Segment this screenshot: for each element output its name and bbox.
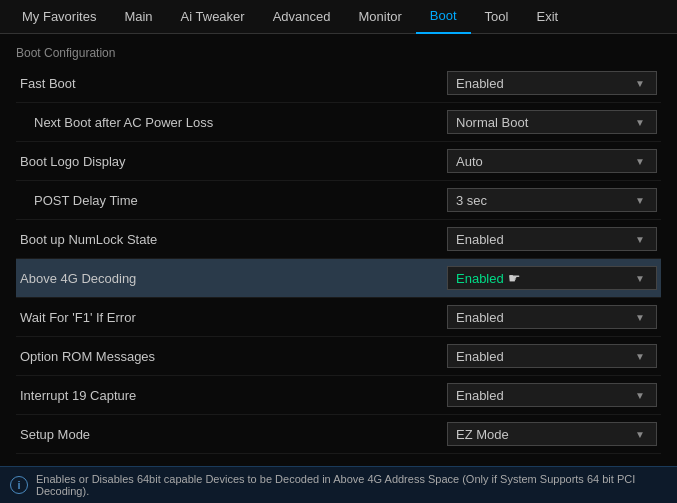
dropdown-option-rom[interactable]: Enabled▼ <box>447 344 657 368</box>
dropdown-arrow-icon: ▼ <box>632 426 648 442</box>
dropdown-above4g[interactable]: Enabled☛▼ <box>447 266 657 290</box>
footer-info: i Enables or Disables 64bit capable Devi… <box>0 466 677 503</box>
setting-row-post-delay: POST Delay Time3 sec▼ <box>16 181 661 220</box>
dropdown-value-boot-logo: Auto <box>456 154 483 169</box>
dropdown-wait-f1[interactable]: Enabled▼ <box>447 305 657 329</box>
setting-label-boot-logo: Boot Logo Display <box>20 154 126 169</box>
nav-item-monitor[interactable]: Monitor <box>345 0 416 34</box>
setting-label-interrupt19: Interrupt 19 Capture <box>20 388 136 403</box>
nav-item-tool[interactable]: Tool <box>471 0 523 34</box>
nav-item-advanced[interactable]: Advanced <box>259 0 345 34</box>
setting-row-setup-mode: Setup ModeEZ Mode▼ <box>16 415 661 454</box>
dropdown-post-delay[interactable]: 3 sec▼ <box>447 188 657 212</box>
dropdown-value-option-rom: Enabled <box>456 349 504 364</box>
dropdown-interrupt19[interactable]: Enabled▼ <box>447 383 657 407</box>
dropdown-numlock[interactable]: Enabled▼ <box>447 227 657 251</box>
setting-row-fast-boot: Fast BootEnabled▼ <box>16 64 661 103</box>
dropdown-value-wait-f1: Enabled <box>456 310 504 325</box>
dropdown-boot-logo[interactable]: Auto▼ <box>447 149 657 173</box>
setting-label-option-rom: Option ROM Messages <box>20 349 155 364</box>
setting-label-numlock: Boot up NumLock State <box>20 232 157 247</box>
setting-row-boot-logo: Boot Logo DisplayAuto▼ <box>16 142 661 181</box>
nav-item-boot[interactable]: Boot <box>416 0 471 34</box>
dropdown-fast-boot[interactable]: Enabled▼ <box>447 71 657 95</box>
top-navigation: My FavoritesMainAi TweakerAdvancedMonito… <box>0 0 677 34</box>
nav-item-my-favorites[interactable]: My Favorites <box>8 0 110 34</box>
dropdown-arrow-icon: ▼ <box>632 270 648 286</box>
dropdown-value-fast-boot: Enabled <box>456 76 504 91</box>
cursor-hand-icon: ☛ <box>508 270 521 286</box>
dropdown-arrow-icon: ▼ <box>632 75 648 91</box>
dropdown-value-interrupt19: Enabled <box>456 388 504 403</box>
nav-item-main[interactable]: Main <box>110 0 166 34</box>
settings-content: Boot Configuration Fast BootEnabled▼Next… <box>0 34 677 454</box>
dropdown-value-numlock: Enabled <box>456 232 504 247</box>
dropdown-arrow-icon: ▼ <box>632 231 648 247</box>
dropdown-setup-mode[interactable]: EZ Mode▼ <box>447 422 657 446</box>
dropdown-value-next-boot: Normal Boot <box>456 115 528 130</box>
setting-label-above4g: Above 4G Decoding <box>20 271 136 286</box>
setting-label-wait-f1: Wait For 'F1' If Error <box>20 310 136 325</box>
setting-row-option-rom: Option ROM MessagesEnabled▼ <box>16 337 661 376</box>
dropdown-arrow-icon: ▼ <box>632 114 648 130</box>
dropdown-value-post-delay: 3 sec <box>456 193 487 208</box>
footer-text: Enables or Disables 64bit capable Device… <box>36 473 667 497</box>
nav-item-exit[interactable]: Exit <box>522 0 572 34</box>
nav-item-ai-tweaker[interactable]: Ai Tweaker <box>167 0 259 34</box>
dropdown-arrow-icon: ▼ <box>632 309 648 325</box>
setting-label-setup-mode: Setup Mode <box>20 427 90 442</box>
setting-row-above4g: Above 4G DecodingEnabled☛▼ <box>16 259 661 298</box>
section-label: Boot Configuration <box>16 46 661 60</box>
setting-label-next-boot: Next Boot after AC Power Loss <box>20 115 213 130</box>
setting-row-numlock: Boot up NumLock StateEnabled▼ <box>16 220 661 259</box>
dropdown-arrow-icon: ▼ <box>632 348 648 364</box>
dropdown-next-boot[interactable]: Normal Boot▼ <box>447 110 657 134</box>
dropdown-arrow-icon: ▼ <box>632 192 648 208</box>
dropdown-value-above4g: Enabled☛ <box>456 270 521 286</box>
dropdown-value-setup-mode: EZ Mode <box>456 427 509 442</box>
dropdown-arrow-icon: ▼ <box>632 153 648 169</box>
dropdown-arrow-icon: ▼ <box>632 387 648 403</box>
info-icon: i <box>10 476 28 494</box>
setting-row-next-boot: Next Boot after AC Power LossNormal Boot… <box>16 103 661 142</box>
setting-row-interrupt19: Interrupt 19 CaptureEnabled▼ <box>16 376 661 415</box>
setting-label-fast-boot: Fast Boot <box>20 76 76 91</box>
setting-row-wait-f1: Wait For 'F1' If ErrorEnabled▼ <box>16 298 661 337</box>
setting-label-post-delay: POST Delay Time <box>20 193 138 208</box>
